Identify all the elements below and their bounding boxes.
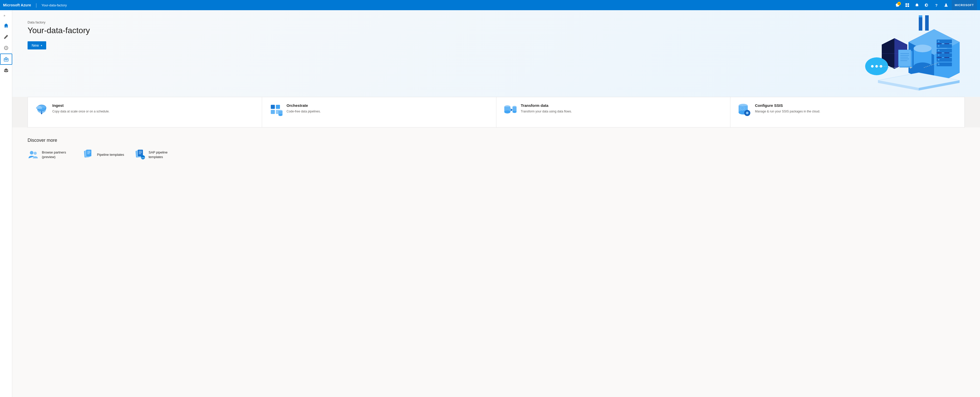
new-button-chevron: ▾ bbox=[41, 44, 42, 47]
hero-section: Data factory Your-data-factory New ▾ bbox=[12, 10, 980, 97]
account-icon-button[interactable] bbox=[942, 1, 950, 9]
svg-point-85 bbox=[34, 152, 37, 155]
topbar-actions: 1 ? MIC bbox=[894, 0, 977, 10]
svg-rect-67 bbox=[276, 105, 280, 109]
svg-point-7 bbox=[945, 3, 947, 5]
svg-point-83 bbox=[746, 112, 749, 114]
pipeline-templates-icon bbox=[83, 149, 94, 160]
svg-rect-23 bbox=[919, 15, 922, 17]
discover-title: Discover more bbox=[27, 138, 965, 143]
svg-rect-3 bbox=[905, 3, 907, 5]
ingest-content: Ingest Copy data at scale once or on a s… bbox=[52, 103, 110, 114]
ingest-description: Copy data at scale once or on a schedule… bbox=[52, 109, 110, 114]
user-account-button[interactable]: MICROSOFT bbox=[952, 0, 977, 10]
svg-point-75 bbox=[504, 110, 511, 113]
sidebar-expand-button[interactable]: » bbox=[0, 12, 7, 19]
ssis-icon bbox=[738, 103, 751, 116]
feature-card-orchestrate[interactable]: Orchestrate Code-free data pipelines. bbox=[262, 97, 496, 127]
transform-content: Transform data Transform your data using… bbox=[521, 103, 572, 114]
new-button[interactable]: New ▾ bbox=[27, 41, 46, 49]
monitor-icon bbox=[3, 45, 9, 51]
chat-icon-button[interactable]: 1 bbox=[894, 1, 902, 9]
ingest-title: Ingest bbox=[52, 103, 110, 108]
discover-items: Browse partners (preview) Pipeline templ… bbox=[27, 149, 965, 160]
svg-rect-6 bbox=[907, 5, 909, 7]
sidebar-item-monitor[interactable] bbox=[0, 42, 12, 54]
notification-badge: 1 bbox=[897, 2, 901, 5]
ssis-content: Configure SSIS Manage & run your SSIS pa… bbox=[755, 103, 820, 114]
svg-rect-88 bbox=[86, 150, 91, 156]
orchestrate-description: Code-free data pipelines. bbox=[286, 109, 321, 114]
home-icon bbox=[3, 23, 9, 28]
svg-rect-68 bbox=[271, 110, 275, 114]
hero-subtitle: Data factory bbox=[27, 21, 965, 24]
svg-rect-21 bbox=[919, 17, 922, 30]
sidebar: » bbox=[0, 10, 12, 397]
main-content: Data factory Your-data-factory New ▾ bbox=[12, 10, 980, 397]
portal-icon bbox=[905, 3, 909, 7]
sidebar-item-manage[interactable] bbox=[0, 54, 12, 65]
svg-rect-41 bbox=[938, 45, 939, 47]
bell-icon-button[interactable] bbox=[913, 1, 921, 9]
ingest-icon bbox=[35, 103, 48, 116]
sidebar-item-author[interactable] bbox=[0, 31, 12, 42]
orchestrate-content: Orchestrate Code-free data pipelines. bbox=[286, 103, 321, 114]
svg-rect-44 bbox=[938, 59, 939, 60]
transform-title: Transform data bbox=[521, 103, 572, 108]
account-icon bbox=[944, 3, 948, 7]
transform-description: Transform your data using data flows. bbox=[521, 109, 572, 114]
topbar-logo: Microsoft Azure bbox=[3, 3, 31, 7]
portal-icon-button[interactable] bbox=[903, 1, 912, 9]
svg-rect-5 bbox=[905, 5, 907, 7]
pipeline-templates-label: Pipeline templates bbox=[97, 152, 124, 157]
sap-templates-icon: SAP bbox=[134, 149, 145, 160]
new-button-label: New bbox=[32, 43, 39, 48]
help-icon: ? bbox=[935, 3, 937, 7]
settings-icon-button[interactable] bbox=[923, 1, 931, 9]
help-icon-button[interactable]: ? bbox=[932, 1, 940, 9]
svg-rect-45 bbox=[938, 64, 939, 65]
browse-partners-label: Browse partners (preview) bbox=[42, 150, 73, 159]
topbar-resource-name: Your-data-factory bbox=[41, 3, 67, 7]
sap-templates-label: SAP pipeline templates bbox=[148, 150, 179, 159]
svg-rect-42 bbox=[938, 50, 939, 51]
svg-rect-4 bbox=[907, 3, 909, 5]
feature-card-ingest[interactable]: Ingest Copy data at scale once or on a s… bbox=[27, 97, 262, 127]
svg-rect-40 bbox=[938, 41, 939, 42]
transform-icon bbox=[504, 103, 517, 116]
svg-point-78 bbox=[512, 111, 517, 113]
pencil-icon bbox=[3, 34, 9, 39]
graduation-cap-icon bbox=[3, 68, 9, 73]
feature-card-transform[interactable]: Transform data Transform your data using… bbox=[496, 97, 730, 127]
svg-text:SAP: SAP bbox=[142, 157, 145, 159]
discover-item-pipeline-templates[interactable]: Pipeline templates bbox=[83, 149, 124, 160]
discover-section: Discover more Browse partners (preview) bbox=[12, 127, 980, 171]
svg-point-0 bbox=[897, 5, 897, 5]
svg-rect-47 bbox=[898, 50, 911, 66]
ssis-title: Configure SSIS bbox=[755, 103, 820, 108]
orchestrate-title: Orchestrate bbox=[286, 103, 321, 108]
svg-point-33 bbox=[914, 44, 932, 52]
discover-item-browse-partners[interactable]: Browse partners (preview) bbox=[27, 149, 73, 160]
svg-point-9 bbox=[6, 48, 6, 48]
topbar: Microsoft Azure | Your-data-factory 1 bbox=[0, 0, 980, 10]
browse-partners-icon bbox=[27, 149, 39, 160]
hero-illustration bbox=[837, 15, 965, 92]
sidebar-item-home[interactable] bbox=[0, 20, 12, 31]
ssis-description: Manage & run your SSIS packages in the c… bbox=[755, 109, 820, 114]
svg-point-84 bbox=[30, 151, 33, 154]
sidebar-item-learn[interactable] bbox=[0, 65, 12, 76]
discover-item-sap-templates[interactable]: SAP SAP pipeline templates bbox=[134, 149, 179, 160]
hero-title: Your-data-factory bbox=[27, 26, 965, 35]
topbar-separator: | bbox=[36, 3, 37, 8]
topbar-brand: Microsoft Azure | Your-data-factory bbox=[3, 3, 67, 8]
svg-rect-22 bbox=[925, 15, 929, 30]
svg-rect-43 bbox=[938, 54, 939, 56]
svg-point-32 bbox=[914, 62, 932, 70]
svg-point-72 bbox=[278, 114, 283, 116]
svg-rect-66 bbox=[271, 105, 275, 109]
svg-rect-94 bbox=[138, 150, 143, 156]
orchestrate-icon bbox=[269, 103, 283, 116]
feature-card-ssis[interactable]: Configure SSIS Manage & run your SSIS pa… bbox=[730, 97, 965, 127]
settings-icon bbox=[924, 3, 929, 7]
